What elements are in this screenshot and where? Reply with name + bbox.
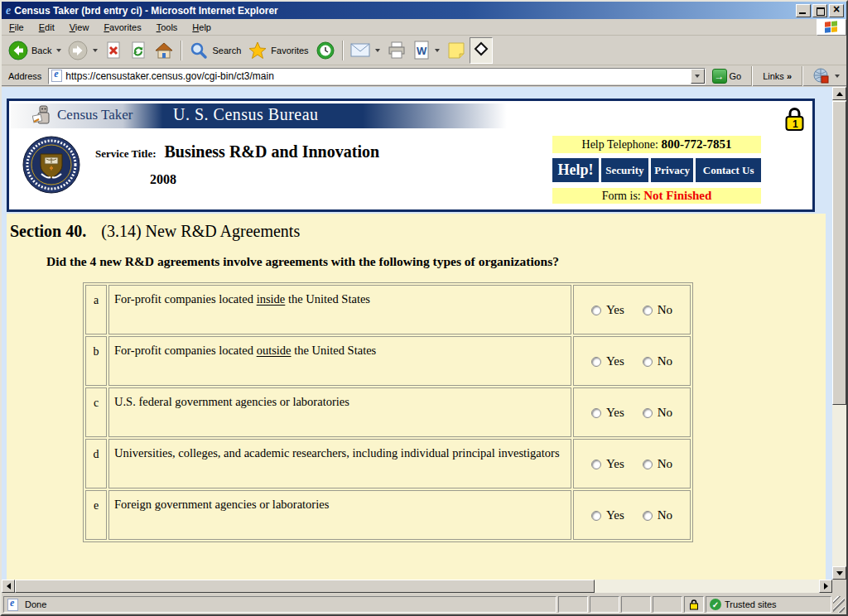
mail-dropdown-icon[interactable] — [375, 49, 380, 52]
forward-dropdown-icon[interactable] — [93, 49, 98, 52]
yes-label: Yes — [606, 508, 624, 522]
go-button[interactable]: → Go — [709, 69, 745, 84]
yes-radio[interactable] — [591, 511, 601, 521]
yes-radio[interactable] — [591, 408, 601, 418]
row-description: For-profit companies located outside the… — [108, 336, 571, 386]
scroll-right-button[interactable] — [819, 580, 832, 593]
links-chevron-icon: » — [787, 71, 792, 81]
menu-edit[interactable]: Edit — [31, 21, 62, 34]
vertical-scrollbar[interactable] — [832, 87, 846, 580]
table-row: e Foreign government agencies or laborat… — [85, 490, 691, 540]
no-radio[interactable] — [643, 408, 653, 418]
census-taker-mascot-icon — [32, 105, 54, 128]
yes-radio[interactable] — [591, 357, 601, 367]
diamond-tool-button[interactable] — [470, 37, 493, 64]
no-radio[interactable] — [643, 357, 653, 367]
row-letter: c — [85, 387, 107, 437]
menu-favorites[interactable]: Favorites — [96, 21, 148, 34]
history-button[interactable] — [312, 39, 339, 62]
scroll-up-button[interactable] — [832, 87, 846, 100]
security-button[interactable]: Security — [601, 158, 648, 182]
minimize-button[interactable] — [796, 4, 811, 17]
search-label: Search — [212, 46, 241, 55]
vertical-scroll-thumb[interactable] — [832, 101, 846, 405]
back-button[interactable]: Back — [5, 39, 65, 62]
document-icon — [7, 599, 18, 611]
print-button[interactable] — [383, 39, 410, 62]
links-label: Links — [763, 71, 784, 81]
no-label: No — [658, 354, 672, 368]
scroll-left-button[interactable] — [2, 580, 15, 593]
contact-us-button[interactable]: Contact Us — [696, 158, 761, 182]
yes-label: Yes — [606, 354, 624, 368]
stop-button[interactable] — [101, 39, 126, 62]
windows-flag-icon — [817, 19, 846, 36]
extension-dropdown-icon[interactable] — [835, 75, 840, 78]
service-year: 2008 — [150, 172, 176, 187]
horizontal-scrollbar[interactable] — [2, 580, 832, 593]
table-row: a For-profit companies located inside th… — [85, 285, 691, 334]
row-letter: e — [85, 490, 107, 540]
ie-logo-icon: e — [6, 4, 11, 17]
no-radio[interactable] — [643, 511, 653, 521]
restore-button[interactable] — [812, 4, 827, 17]
row-answers: YesNo — [573, 285, 691, 334]
links-extension-button[interactable] — [810, 66, 843, 86]
form-status-bar: Form is: Not Finished — [552, 188, 761, 204]
help-panel: Help Telephone: 800-772-7851 Help! Secur… — [552, 136, 761, 204]
refresh-button[interactable] — [126, 39, 151, 62]
form-status-value: Not Finished — [643, 189, 711, 202]
search-button[interactable]: Search — [186, 39, 244, 62]
row-letter: d — [85, 439, 107, 488]
page-viewport: Census Taker U. S. Census Bureau 1 Servi… — [2, 87, 832, 580]
row-answers: YesNo — [573, 336, 691, 386]
menu-file[interactable]: File — [2, 21, 31, 34]
address-dropdown-button[interactable] — [691, 69, 705, 84]
status-zone-label: Trusted sites — [725, 599, 777, 609]
home-icon — [154, 41, 174, 60]
no-radio[interactable] — [643, 460, 653, 469]
back-dropdown-icon[interactable] — [56, 49, 61, 52]
address-label: Address — [5, 71, 45, 81]
scroll-down-button[interactable] — [832, 566, 846, 580]
privacy-button[interactable]: Privacy — [651, 158, 694, 182]
table-row: b For-profit companies located outside t… — [85, 336, 691, 386]
forward-button[interactable] — [65, 39, 101, 62]
print-icon — [387, 41, 407, 60]
menu-help[interactable]: Help — [185, 21, 219, 34]
edit-with-word-button[interactable]: W — [410, 39, 443, 62]
status-pane — [653, 596, 682, 613]
status-pane — [558, 596, 588, 613]
go-arrow-icon: → — [712, 69, 727, 84]
menu-tools[interactable]: Tools — [149, 21, 186, 34]
census-bureau-title: U. S. Census Bureau — [173, 105, 319, 124]
no-radio[interactable] — [643, 306, 653, 315]
status-pane — [590, 596, 619, 613]
notes-button[interactable] — [443, 39, 470, 62]
yes-radio[interactable] — [591, 306, 601, 315]
links-button[interactable]: Links » — [759, 71, 795, 81]
home-button[interactable] — [151, 39, 177, 62]
close-button[interactable] — [829, 4, 844, 17]
horizontal-scroll-thumb[interactable] — [15, 580, 595, 593]
resize-grip[interactable] — [833, 596, 845, 613]
menu-view[interactable]: View — [62, 21, 97, 34]
section-title: (3.14) New R&D Agreements — [101, 222, 300, 240]
row-letter: b — [85, 336, 107, 386]
yes-radio[interactable] — [591, 460, 601, 469]
favorites-button[interactable]: Favorites — [244, 39, 311, 62]
forward-icon — [68, 41, 88, 60]
mail-button[interactable] — [347, 41, 383, 60]
no-label: No — [658, 508, 672, 522]
toolbar: Back Search Favorites — [2, 36, 846, 65]
yes-label: Yes — [606, 303, 624, 316]
address-input[interactable]: https://censustaker.census.gov/cgi-bin/c… — [48, 68, 705, 84]
status-done-label: Done — [25, 599, 46, 609]
word-dropdown-icon[interactable] — [435, 49, 440, 52]
help-button[interactable]: Help! — [552, 158, 599, 182]
back-icon — [8, 41, 28, 60]
status-lock-pane — [684, 596, 704, 613]
toolbar-separator — [342, 41, 344, 60]
service-title-value: Business R&D and Innovation — [165, 142, 380, 161]
address-separator — [802, 66, 803, 86]
